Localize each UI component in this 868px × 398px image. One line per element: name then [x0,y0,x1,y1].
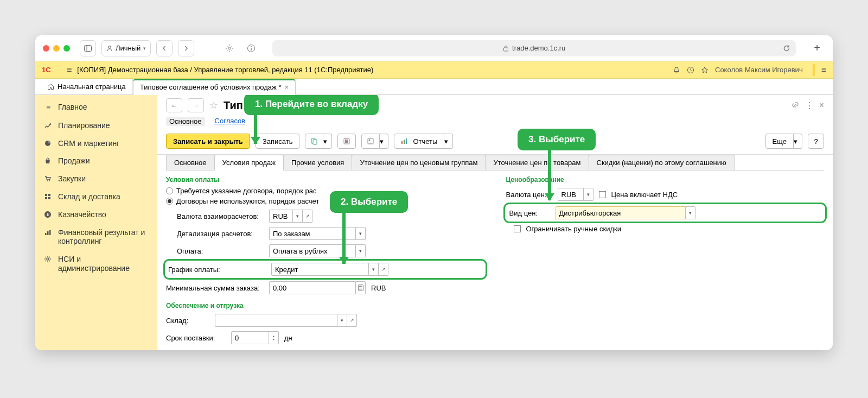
sidebar-item-finance[interactable]: Финансовый результат и контроллинг [35,224,157,251]
sidebar-item-nsi[interactable]: НСИ и администрирование [35,250,157,277]
copy-button[interactable] [305,134,323,149]
chevron-down-icon[interactable]: ▾ [369,263,379,276]
favorite-star-icon[interactable] [701,66,709,74]
doc1-button[interactable] [337,134,356,149]
detail-field[interactable]: По заказам ▾ [269,227,366,240]
nav-forward-button[interactable] [178,40,194,56]
settings-gear-icon[interactable] [221,40,238,56]
right-menu-icon[interactable]: ≡ [821,65,826,75]
chevron-down-icon[interactable]: ▾ [356,244,366,257]
reload-icon[interactable] [783,45,790,52]
more-button[interactable]: Еще [765,134,794,149]
close-window-icon[interactable] [43,45,49,52]
calculator-icon[interactable] [356,281,366,294]
subnav-main[interactable]: Основное [166,117,205,126]
currency-value[interactable]: RUB [269,210,293,223]
price-type-value[interactable]: Дистрибьюторская [556,206,686,219]
nav-back-button[interactable] [156,40,173,56]
svg-rect-18 [45,233,47,235]
more-vertical-icon[interactable]: ⋮ [805,100,814,111]
history-icon[interactable] [687,66,694,74]
sidebar-item-purchases[interactable]: Закупки [35,170,157,188]
chevron-down-icon[interactable]: ▾ [293,210,303,223]
schedule-value[interactable]: Кредит [271,263,369,276]
open-icon[interactable]: ↗ [347,314,357,327]
browser-profile-chip[interactable]: Личный ▾ [101,40,151,56]
limit-checkbox[interactable] [514,225,521,232]
current-user[interactable]: Соколов Максим Игоревич [715,66,803,74]
store-value[interactable] [215,314,337,327]
window-controls[interactable] [43,45,70,52]
save-and-close-button[interactable]: Записать и закрыть [166,134,250,149]
subnav-approval[interactable]: Согласов [215,117,246,126]
help-button[interactable]: ? [808,134,824,149]
payment-schedule-row: График оплаты: Кредит ▾ ↗ [166,262,484,277]
leadtime-field[interactable]: 0 ▴▾ [231,331,279,344]
vat-checkbox[interactable] [599,191,606,198]
price-currency-value[interactable]: RUB [558,188,584,201]
currency-field[interactable]: RUB ▾ ↗ [269,210,312,223]
bell-icon[interactable] [673,66,680,74]
sidebar-item-planning[interactable]: Планирование [35,117,157,135]
chevron-down-icon[interactable]: ▾ [686,206,695,219]
forward-button[interactable]: → [188,98,204,112]
info-icon[interactable] [243,40,259,56]
more-split-button[interactable]: Еще ▾ [765,134,802,149]
schedule-field[interactable]: Кредит ▾ ↗ [271,263,388,276]
hamburger-menu-icon[interactable]: ≡ [67,65,72,75]
bars-icon [44,229,53,236]
close-tab-icon[interactable]: × [284,83,289,91]
save-button[interactable]: Записать [256,134,300,149]
new-tab-button[interactable]: + [809,40,825,56]
payment-field[interactable]: Оплата в рублях ▾ [269,244,366,257]
reports-button[interactable]: Отчеты [394,134,444,149]
itab-main[interactable]: Основное [166,155,215,170]
price-currency-field[interactable]: RUB ▾ [558,188,593,201]
leadtime-value[interactable]: 0 [231,331,269,344]
min-order-value[interactable]: 0,00 [269,281,356,294]
minimize-window-icon[interactable] [53,45,60,52]
itab-other[interactable]: Прочие условия [283,155,352,170]
itab-price-groups[interactable]: Уточнение цен по ценовым группам [352,155,486,170]
chevron-down-icon[interactable]: ▾ [356,227,366,240]
open-icon[interactable]: ↗ [303,210,312,223]
min-order-field[interactable]: 0,00 [269,281,366,294]
back-button[interactable]: ← [166,98,182,112]
copy-dropdown[interactable]: ▾ [323,134,332,149]
copy-split-button[interactable]: ▾ [305,134,332,149]
svg-rect-6 [251,48,252,50]
sidebar-item-warehouse[interactable]: Склад и доставка [35,188,157,206]
radio-contract-required[interactable]: Требуется указание договора, порядок рас [166,187,484,195]
doc2-dropdown[interactable]: ▾ [380,134,388,149]
itab-price-goods[interactable]: Уточнение цен по товарам [485,155,589,170]
store-field[interactable]: ▾ ↗ [215,314,357,327]
open-icon[interactable]: ↗ [379,263,388,276]
more-dropdown[interactable]: ▾ [794,134,802,149]
sidebar-item-treasury[interactable]: ₽Казначейство [35,206,157,224]
sidebar-toggle-icon[interactable] [80,40,96,56]
chevron-down-icon[interactable]: ▾ [584,188,593,201]
stepper-icon[interactable]: ▴▾ [269,331,279,344]
doc2-split-button[interactable]: ▾ [361,134,388,149]
address-bar[interactable]: trade.demo.1c.ru [272,40,796,56]
active-tab[interactable]: Типовое соглашение об условиях продаж * … [133,79,296,95]
maximize-window-icon[interactable] [63,45,70,52]
itab-sales-conditions[interactable]: Условия продаж [214,155,284,170]
reports-split-button[interactable]: Отчеты ▾ [394,134,453,149]
doc2-button[interactable] [361,134,380,149]
home-tab[interactable]: Начальная страница [41,79,133,94]
min-order-label: Минимальная сумма заказа: [166,284,264,292]
sidebar-item-crm[interactable]: CRM и маркетинг [35,135,157,153]
chevron-down-icon[interactable]: ▾ [337,314,347,327]
store-label: Склад: [166,317,209,325]
radio-no-contract[interactable]: Договоры не используются, порядок расчет [166,197,484,205]
close-icon[interactable]: × [819,100,824,111]
sidebar-item-sales[interactable]: Продажи [35,152,157,170]
link-icon[interactable] [791,100,800,111]
price-type-field[interactable]: Дистрибьюторская ▾ [556,206,695,219]
sidebar-item-main[interactable]: ≡Главное [35,98,157,117]
favorite-icon[interactable]: ☆ [209,99,218,111]
reports-dropdown[interactable]: ▾ [444,134,453,149]
itab-discounts[interactable]: Скидки (наценки) по этому соглашению [589,155,735,170]
left-column: Условия оплаты Требуется указание догово… [166,176,484,349]
